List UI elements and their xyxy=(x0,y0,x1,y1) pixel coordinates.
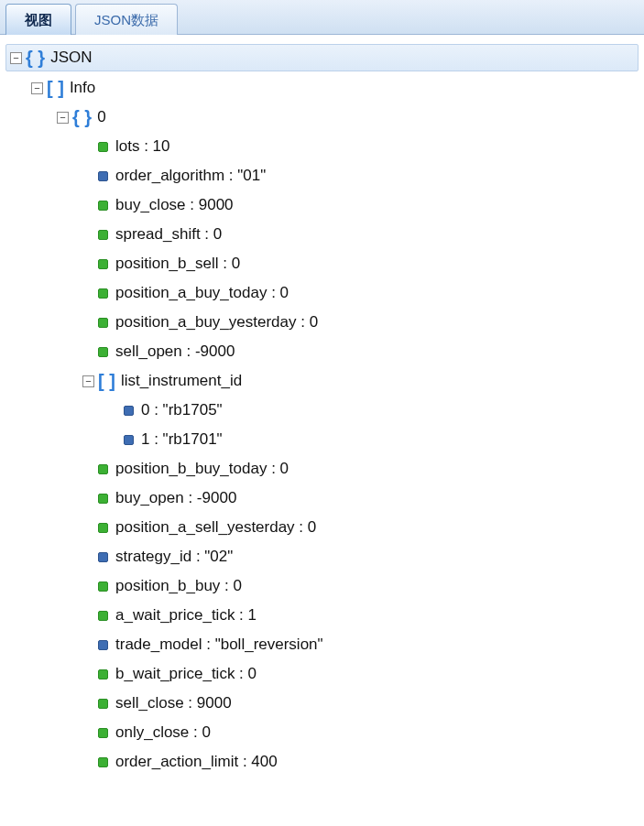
number-icon xyxy=(98,523,108,533)
tree-leaf[interactable]: position_a_sell_yesterday : 0 xyxy=(5,513,639,542)
tree-leaf[interactable]: position_b_buy_today : 0 xyxy=(5,454,639,484)
tree-leaf[interactable]: order_action_limit : 400 xyxy=(5,747,639,777)
object-icon: { } xyxy=(26,49,45,67)
tree-leaf-label: 0 : "rb1705" xyxy=(141,401,223,419)
number-icon xyxy=(98,318,108,328)
collapse-icon[interactable]: − xyxy=(57,112,69,124)
tab-json-data[interactable]: JSON数据 xyxy=(75,4,178,35)
number-icon xyxy=(98,142,108,152)
tree-leaf-label: position_b_sell : 0 xyxy=(115,255,240,273)
number-icon xyxy=(98,464,108,474)
tree-leaf[interactable]: buy_open : -9000 xyxy=(5,484,639,513)
number-icon xyxy=(98,347,108,357)
tree-leaf-label: 1 : "rb1701" xyxy=(141,430,223,449)
tree-leaf[interactable]: a_wait_price_tick : 1 xyxy=(5,601,639,630)
collapse-icon[interactable]: − xyxy=(31,82,43,94)
tab-view[interactable]: 视图 xyxy=(5,4,71,35)
tree-node-label: Info xyxy=(70,79,95,97)
string-icon xyxy=(98,640,108,650)
tree-leaf[interactable]: sell_close : 9000 xyxy=(5,689,639,718)
tree-node-list-instrument[interactable]: − [ ] list_instrument_id xyxy=(5,366,639,396)
tree-leaf-label: lots : 10 xyxy=(115,137,170,156)
tree-leaf-label: order_algorithm : "01" xyxy=(115,167,266,185)
collapse-icon[interactable]: − xyxy=(82,375,94,387)
tree-root-label: JSON xyxy=(50,49,92,67)
tree-leaf-label: a_wait_price_tick : 1 xyxy=(115,606,257,625)
array-icon: [ ] xyxy=(98,372,115,390)
collapse-icon[interactable]: − xyxy=(10,52,22,64)
number-icon xyxy=(98,669,108,679)
tree-leaf[interactable]: only_close : 0 xyxy=(5,718,639,747)
number-icon xyxy=(98,728,108,738)
tree-leaf[interactable]: 1 : "rb1701" xyxy=(5,425,639,454)
tree-leaf-label: b_wait_price_tick : 0 xyxy=(115,665,257,683)
string-icon xyxy=(98,552,108,562)
tree-leaf-label: trade_model : "boll_reversion" xyxy=(115,636,323,654)
tab-bar: 视图 JSON数据 xyxy=(0,0,644,35)
tree-leaf[interactable]: position_b_buy : 0 xyxy=(5,571,639,601)
tree-root-row[interactable]: − { } JSON xyxy=(5,44,639,71)
string-icon xyxy=(124,406,134,416)
tree-leaf-label: position_a_sell_yesterday : 0 xyxy=(115,518,316,537)
tree-leaf[interactable]: 0 : "rb1705" xyxy=(5,396,639,425)
tree-leaf-label: strategy_id : "02" xyxy=(115,548,233,566)
tree-leaf[interactable]: position_a_buy_yesterday : 0 xyxy=(5,308,639,337)
tree-leaf-label: position_b_buy : 0 xyxy=(115,577,242,595)
tree-leaf[interactable]: position_a_buy_today : 0 xyxy=(5,278,639,308)
number-icon xyxy=(98,494,108,504)
number-icon xyxy=(98,699,108,709)
tree-leaf[interactable]: buy_close : 9000 xyxy=(5,190,639,220)
tree-node-label: list_instrument_id xyxy=(121,372,242,390)
tree-leaf[interactable]: position_b_sell : 0 xyxy=(5,249,639,278)
tree-leaf[interactable]: b_wait_price_tick : 0 xyxy=(5,659,639,689)
tree-pane: − { } JSON − [ ] Info − { } 0 xyxy=(0,35,644,782)
tree-leaf-label: position_a_buy_yesterday : 0 xyxy=(115,313,318,331)
number-icon xyxy=(98,611,108,621)
array-icon: [ ] xyxy=(47,79,64,97)
tree-node-label: 0 xyxy=(97,108,105,126)
tree-node-info[interactable]: − [ ] Info xyxy=(5,73,639,103)
tree-leaf-label: only_close : 0 xyxy=(115,723,211,742)
tree-leaf[interactable]: spread_shift : 0 xyxy=(5,220,639,249)
tree-leaf-label: order_action_limit : 400 xyxy=(115,753,278,771)
tree-leaf-label: buy_close : 9000 xyxy=(115,196,234,214)
number-icon xyxy=(98,259,108,269)
number-icon xyxy=(98,757,108,767)
tree-leaf[interactable]: sell_open : -9000 xyxy=(5,337,639,366)
tree-leaf[interactable]: trade_model : "boll_reversion" xyxy=(5,630,639,659)
tree-leaf-label: spread_shift : 0 xyxy=(115,225,222,244)
number-icon xyxy=(98,201,108,211)
tree-leaf[interactable]: order_algorithm : "01" xyxy=(5,161,639,190)
number-icon xyxy=(98,230,108,240)
tree-node-index-0[interactable]: − { } 0 xyxy=(5,103,639,132)
string-icon xyxy=(124,435,134,445)
number-icon xyxy=(98,581,108,592)
tree-leaf[interactable]: lots : 10 xyxy=(5,132,639,161)
tree-leaf-label: sell_close : 9000 xyxy=(115,694,232,712)
tree-leaf-label: buy_open : -9000 xyxy=(115,489,236,507)
tree-leaf[interactable]: strategy_id : "02" xyxy=(5,542,639,571)
number-icon xyxy=(98,288,108,299)
object-icon: { } xyxy=(72,108,92,126)
tree-leaf-label: position_b_buy_today : 0 xyxy=(115,460,289,478)
tree-leaf-label: position_a_buy_today : 0 xyxy=(115,284,289,302)
tree-leaf-label: sell_open : -9000 xyxy=(115,342,235,361)
string-icon xyxy=(98,171,108,181)
